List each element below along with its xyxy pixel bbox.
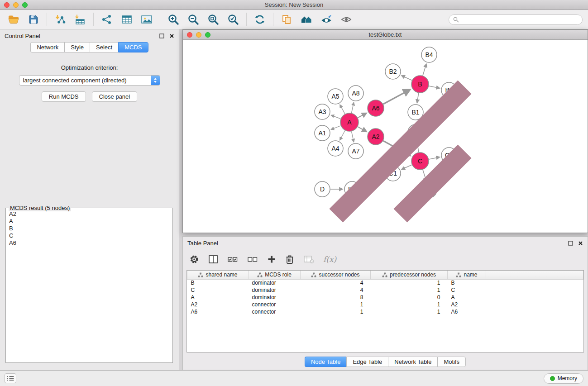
col-header-name[interactable]: name <box>448 271 486 279</box>
delete-table-button[interactable] <box>303 252 314 267</box>
tab-mcds[interactable]: MCDS <box>118 42 148 52</box>
network-close-button[interactable] <box>187 32 192 38</box>
tab-node-table[interactable]: Node Table <box>305 357 347 367</box>
zoom-fit-icon <box>207 14 219 25</box>
app-titlebar: Session: New Session <box>0 0 588 10</box>
result-item[interactable]: C <box>9 232 169 239</box>
result-item[interactable]: A <box>9 218 169 225</box>
delete-button[interactable] <box>285 252 294 267</box>
show-columns-button[interactable] <box>208 252 218 267</box>
col-header-successor-nodes[interactable]: successor nodes <box>301 271 371 279</box>
home-button[interactable] <box>298 11 315 28</box>
function-builder-button[interactable]: f(x) <box>323 252 336 267</box>
zoom-out-button[interactable] <box>185 11 201 28</box>
table-row[interactable]: A2connector11A2 <box>187 301 583 308</box>
run-mcds-button[interactable]: Run MCDS <box>42 91 86 102</box>
tab-select[interactable]: Select <box>90 42 118 52</box>
open-session-button[interactable] <box>5 11 22 28</box>
network-canvas[interactable]: B4B2BB3A5A8A6B1A3AC2A1A2A4A7C4CC1C3DD1 <box>183 40 588 233</box>
tab-style[interactable]: Style <box>64 42 90 52</box>
network-minimize-button[interactable] <box>196 32 201 38</box>
float-table-panel-icon[interactable] <box>568 241 573 246</box>
list-icon <box>7 376 14 381</box>
plus-icon <box>267 255 276 264</box>
col-header-predecessor-nodes[interactable]: predecessor nodes <box>371 271 448 279</box>
col-header-mcds-role[interactable]: MCDS role <box>249 271 301 279</box>
new-table-button[interactable] <box>119 11 135 28</box>
float-panel-icon[interactable] <box>159 33 164 38</box>
close-table-panel-icon[interactable] <box>578 241 583 246</box>
save-session-button[interactable] <box>25 11 42 28</box>
table-tabs: Node Table Edge Table Network Table Moti… <box>183 357 588 367</box>
refresh-icon <box>254 14 266 25</box>
criterion-dropdown[interactable]: largest connected component (directed) <box>19 75 160 86</box>
fx-icon: f(x) <box>323 255 336 264</box>
network-window-titlebar[interactable]: testGlobe.txt <box>183 30 588 40</box>
image-icon <box>141 14 153 24</box>
table-row[interactable]: Adominator80A <box>187 294 583 301</box>
main-toolbar <box>0 10 588 29</box>
resize-grip-icon[interactable] <box>182 39 587 232</box>
unchecked-boxes-icon <box>247 255 258 263</box>
memory-status-icon <box>550 376 555 381</box>
checked-boxes-icon <box>227 255 238 263</box>
show-graphics-details-button[interactable] <box>338 11 354 28</box>
deselect-all-button[interactable] <box>247 252 258 267</box>
new-network-button[interactable] <box>99 11 115 28</box>
open-recent-file-button[interactable] <box>278 11 295 28</box>
copy-page-icon <box>281 14 292 25</box>
zoom-selected-button[interactable] <box>225 11 241 28</box>
table-row[interactable]: A6connector11A6 <box>187 308 583 315</box>
refresh-view-button[interactable] <box>252 11 268 28</box>
zoom-in-button[interactable] <box>165 11 182 28</box>
table-row[interactable]: Cdominator41C <box>187 286 583 294</box>
close-panel-button[interactable]: Close panel <box>92 91 138 102</box>
minimize-window-button[interactable] <box>13 2 19 8</box>
column-settings-button[interactable] <box>189 252 199 267</box>
result-item[interactable]: A6 <box>9 239 169 247</box>
task-history-button[interactable] <box>5 373 16 383</box>
col-header-shared-name[interactable]: shared name <box>187 271 249 279</box>
open-folder-icon <box>8 14 19 25</box>
column-tree-icon <box>382 272 387 277</box>
table-toolbar: f(x) <box>183 249 588 269</box>
tab-network-table[interactable]: Network Table <box>388 357 437 367</box>
tab-edge-table[interactable]: Edge Table <box>346 357 388 367</box>
import-network-from-file-button[interactable] <box>52 11 68 28</box>
zoom-selected-icon <box>227 14 239 25</box>
session-title: Session: New Session <box>0 1 588 8</box>
search-input[interactable] <box>461 16 578 23</box>
control-panel-tabs: Network Style Select MCDS <box>0 42 179 52</box>
desktop-area: testGlobe.txt B4B2BB3A5A8A6B1A3AC2A1A2A4… <box>179 29 588 370</box>
import-network-icon <box>54 14 66 25</box>
result-item[interactable]: A2 <box>9 210 169 218</box>
toolbar-separator <box>47 13 47 26</box>
zoom-fit-button[interactable] <box>205 11 221 28</box>
memory-button[interactable]: Memory <box>544 373 583 384</box>
tab-network[interactable]: Network <box>30 42 64 52</box>
status-bar: Memory <box>0 370 588 386</box>
select-all-button[interactable] <box>227 252 238 267</box>
zoom-out-icon <box>187 14 199 25</box>
node-table-container: shared name MCDS role successor nodes pr… <box>186 270 584 353</box>
control-panel-title: Control Panel <box>5 33 40 39</box>
close-panel-icon[interactable] <box>169 33 174 38</box>
columns-icon <box>208 255 218 264</box>
style-preview-button[interactable] <box>318 11 335 28</box>
column-tree-icon <box>257 272 263 277</box>
import-table-from-file-button[interactable] <box>72 11 88 28</box>
tab-motifs[interactable]: Motifs <box>437 357 466 367</box>
gear-icon <box>189 254 199 264</box>
table-row[interactable]: Bdominator41B <box>187 279 583 286</box>
search-field[interactable] <box>449 14 583 25</box>
result-item[interactable]: B <box>9 225 169 232</box>
network-window-title: testGlobe.txt <box>183 31 588 38</box>
toolbar-separator <box>93 13 94 26</box>
add-column-button[interactable] <box>267 252 276 267</box>
close-window-button[interactable] <box>4 2 10 8</box>
network-zoom-button[interactable] <box>205 32 210 38</box>
toolbar-separator <box>273 13 273 26</box>
export-image-button[interactable] <box>139 11 155 28</box>
zoom-window-button[interactable] <box>22 2 28 8</box>
column-tree-icon <box>311 272 316 277</box>
